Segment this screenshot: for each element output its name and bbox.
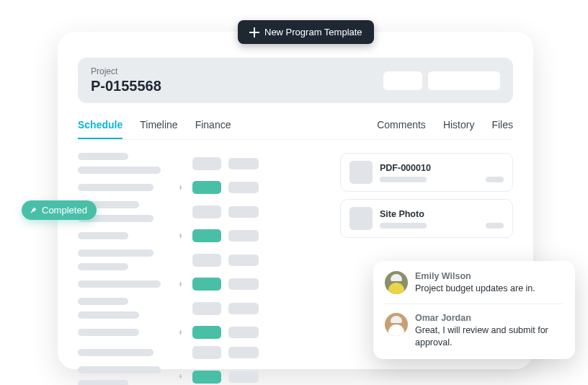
value-cell <box>228 278 259 290</box>
status-tag-green <box>192 371 221 384</box>
pin-icon <box>29 206 37 215</box>
comment-author: Emily Wilson <box>415 271 564 281</box>
schedule-row[interactable] <box>78 153 326 174</box>
schedule-row[interactable] <box>78 249 326 270</box>
status-tag <box>192 254 221 267</box>
header-action-small[interactable] <box>383 71 422 90</box>
pin-icon <box>177 373 184 381</box>
schedule-row[interactable] <box>78 366 326 385</box>
tab-schedule[interactable]: Schedule <box>78 119 122 139</box>
value-cell <box>228 158 259 169</box>
skeleton-text <box>78 232 128 239</box>
attachment-card[interactable]: Site Photo <box>340 199 513 238</box>
skeleton-text <box>78 184 153 191</box>
header-action-large[interactable] <box>428 71 500 90</box>
pin-cell <box>175 184 185 192</box>
skeleton-text <box>78 167 161 174</box>
avatar <box>385 313 408 336</box>
tab-bar: ScheduleTimelineFinance CommentsHistoryF… <box>78 119 513 140</box>
value-cell <box>228 182 259 193</box>
status-tag <box>192 157 221 170</box>
skeleton-pill <box>486 177 504 182</box>
new-program-template-label: New Program Template <box>264 27 362 37</box>
status-tag <box>192 302 221 315</box>
status-tag-green <box>192 181 221 194</box>
skeleton-text <box>380 177 427 182</box>
new-program-template-button[interactable]: New Program Template <box>238 20 374 44</box>
comment: Omar JordanGreat, I will review and subm… <box>385 304 564 349</box>
pin-cell <box>175 232 185 240</box>
comment: Emily WilsonProject budget updates are i… <box>385 271 564 295</box>
pin-icon <box>177 329 184 337</box>
skeleton-text <box>78 263 128 270</box>
attachment-title: Site Photo <box>380 209 504 219</box>
value-cell <box>228 303 259 314</box>
value-cell <box>228 371 259 383</box>
plus-icon <box>249 27 259 37</box>
schedule-row[interactable] <box>78 346 326 359</box>
skeleton-text <box>78 329 139 336</box>
status-tag-green <box>192 229 221 242</box>
pin-icon <box>177 232 184 240</box>
schedule-row[interactable] <box>78 181 326 194</box>
schedule-row[interactable] <box>78 229 326 242</box>
pin-cell <box>175 280 185 288</box>
schedule-row[interactable] <box>78 298 326 319</box>
avatar <box>385 271 408 294</box>
skeleton-text <box>78 249 153 257</box>
header-actions <box>383 71 500 90</box>
skeleton-text <box>380 223 427 229</box>
value-cell <box>228 347 259 358</box>
project-header: Project P-0155568 <box>78 58 513 103</box>
value-cell <box>228 230 259 242</box>
skeleton-text <box>78 153 128 160</box>
pin-icon <box>177 280 184 288</box>
thumbnail <box>349 207 373 230</box>
tab-timeline[interactable]: Timeline <box>140 119 177 139</box>
skeleton-text <box>78 311 139 319</box>
status-tag-green <box>192 278 221 291</box>
comment-text: Great, I will review and submit for appr… <box>415 324 564 349</box>
status-tag <box>192 346 221 359</box>
value-cell <box>228 255 259 266</box>
comments-popover: Emily WilsonProject budget updates are i… <box>373 261 575 359</box>
skeleton-text <box>78 298 128 305</box>
attachment-title: PDF-000010 <box>380 163 504 173</box>
tab-history[interactable]: History <box>443 119 475 139</box>
tab-comments[interactable]: Comments <box>377 119 426 139</box>
tab-finance[interactable]: Finance <box>195 119 231 139</box>
comment-author: Omar Jordan <box>415 313 564 323</box>
skeleton-text <box>78 366 161 373</box>
schedule-list <box>78 153 326 385</box>
tab-files[interactable]: Files <box>491 119 513 139</box>
value-cell <box>228 327 259 338</box>
schedule-row[interactable] <box>78 326 326 339</box>
project-label: Project <box>91 66 161 76</box>
skeleton-text <box>78 280 161 288</box>
pin-icon <box>177 184 184 192</box>
completed-badge[interactable]: Completed <box>22 200 97 220</box>
completed-label: Completed <box>42 205 87 216</box>
comment-text: Project budget updates are in. <box>415 283 564 295</box>
skeleton-text <box>78 349 153 356</box>
attachment-card[interactable]: PDF-000010 <box>340 153 513 192</box>
schedule-row[interactable] <box>78 278 326 291</box>
value-cell <box>228 206 259 218</box>
pin-cell <box>175 329 185 337</box>
skeleton-text <box>78 380 128 385</box>
schedule-row[interactable] <box>78 201 326 222</box>
skeleton-pill <box>486 223 504 229</box>
project-id: P-0155568 <box>91 78 161 94</box>
status-tag <box>192 205 221 218</box>
status-tag-green <box>192 326 221 339</box>
pin-cell <box>175 373 185 381</box>
thumbnail <box>349 161 373 184</box>
